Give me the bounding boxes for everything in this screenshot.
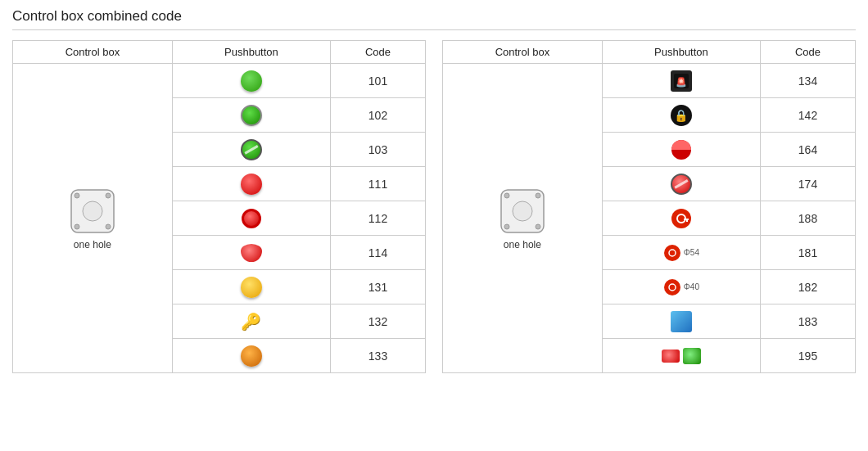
svg-point-10: [504, 224, 509, 229]
btn-yellow-icon: [181, 277, 322, 298]
svg-rect-18: [686, 219, 688, 222]
left-box-label: one hole: [74, 239, 111, 250]
red-mushroom-button: [241, 244, 262, 262]
table-row: one hole 101: [13, 64, 426, 98]
pushbutton-cell: Φ40: [602, 270, 760, 304]
code-cell: 182: [761, 270, 856, 304]
code-cell: 132: [331, 304, 426, 339]
pushbutton-cell: [602, 304, 760, 339]
pilot-54-label: Φ54: [684, 248, 699, 257]
green-raised-button: [241, 70, 262, 92]
btn-green-raised-icon: [181, 70, 322, 92]
code-cell: 103: [331, 133, 426, 167]
red-key-button: [670, 207, 693, 230]
right-table-section: Control box Pushbutton Code: [442, 40, 856, 373]
red-flush-button: [242, 209, 261, 228]
btn-pilot-54-icon: Φ54: [611, 244, 752, 262]
right-col-header-code: Code: [761, 41, 856, 64]
pilot-54-circle: [663, 244, 681, 262]
pushbutton-cell: [172, 167, 330, 201]
code-cell: 183: [761, 304, 856, 339]
yellow-button: [241, 277, 262, 298]
emergency-button: 🚨: [671, 70, 692, 92]
svg-point-5: [106, 224, 111, 229]
pushbutton-cell: [172, 236, 330, 270]
svg-point-9: [536, 193, 540, 198]
code-cell: 114: [331, 236, 426, 270]
key-button: 🔑: [241, 312, 261, 331]
orange-button: [241, 345, 262, 367]
svg-point-2: [75, 193, 79, 198]
btn-pilot-40-icon: Φ40: [611, 278, 752, 296]
code-cell: 195: [761, 339, 856, 373]
control-box-diagram: [68, 187, 117, 236]
pushbutton-cell: Φ54: [602, 236, 760, 270]
page-title: Control box combined code: [12, 8, 856, 30]
pushbutton-cell: 🔑: [172, 304, 330, 339]
right-control-box: one hole: [498, 187, 547, 250]
btn-red-key-icon: [611, 207, 752, 230]
pushbutton-cell: 🔒: [602, 98, 760, 133]
dual-red-part: [662, 350, 680, 363]
dual-green-part: [683, 348, 701, 364]
code-cell: 111: [331, 167, 426, 201]
pushbutton-cell: [172, 133, 330, 167]
svg-point-4: [75, 224, 79, 229]
green-flush-button: [241, 105, 262, 126]
red-rotate-button: [671, 174, 692, 195]
svg-point-19: [664, 245, 680, 261]
btn-green-flush-icon: [181, 105, 322, 126]
btn-red-half-icon: [611, 138, 752, 161]
svg-point-21: [664, 279, 680, 295]
btn-red-rotate-icon: [611, 174, 752, 195]
code-cell: 102: [331, 98, 426, 133]
pushbutton-cell: [602, 133, 760, 167]
left-col-header-pushbutton: Pushbutton: [172, 41, 330, 64]
code-cell: 101: [331, 64, 426, 98]
code-cell: 142: [761, 98, 856, 133]
pushbutton-cell: [172, 64, 330, 98]
dual-button: [662, 348, 701, 364]
code-cell: 133: [331, 339, 426, 373]
code-cell: 164: [761, 133, 856, 167]
left-col-header-controlbox: Control box: [13, 41, 173, 64]
btn-emergency-icon: 🚨: [611, 70, 752, 92]
pushbutton-cell: 🚨: [602, 64, 760, 98]
btn-key-icon: 🔑: [181, 312, 322, 331]
pushbutton-cell: [602, 201, 760, 236]
lock-button: 🔒: [671, 105, 692, 126]
svg-point-7: [513, 201, 532, 221]
btn-red-flush-icon: [181, 209, 322, 228]
left-col-header-code: Code: [331, 41, 426, 64]
pushbutton-cell: [172, 339, 330, 373]
svg-point-3: [106, 193, 111, 198]
tables-container: Control box Pushbutton Code: [12, 40, 856, 373]
pilot-40-label: Φ40: [684, 282, 699, 291]
code-cell: 131: [331, 270, 426, 304]
code-cell: 181: [761, 236, 856, 270]
svg-point-8: [504, 193, 509, 198]
right-table: Control box Pushbutton Code: [442, 40, 856, 373]
pushbutton-cell: [602, 339, 760, 373]
code-cell: 134: [761, 64, 856, 98]
right-control-box-diagram: [498, 187, 547, 236]
svg-point-11: [536, 224, 540, 229]
pilot-40-circle: [663, 278, 681, 296]
btn-blue-square-icon: [611, 311, 752, 332]
lock-symbol: 🔒: [674, 109, 688, 122]
right-col-header-pushbutton: Pushbutton: [602, 41, 760, 64]
svg-text:🚨: 🚨: [676, 76, 687, 88]
code-cell: 188: [761, 201, 856, 236]
right-col-header-controlbox: Control box: [443, 41, 603, 64]
btn-dual-icon: [611, 348, 752, 364]
btn-orange-icon: [181, 345, 322, 367]
right-box-label: one hole: [504, 239, 541, 250]
red-raised-button: [241, 174, 262, 195]
red-half-button: [670, 138, 693, 161]
table-row: one hole 🚨: [443, 64, 856, 98]
left-control-box: one hole: [68, 187, 117, 250]
code-cell: 174: [761, 167, 856, 201]
btn-lock-icon: 🔒: [611, 105, 752, 126]
left-control-box-cell: one hole: [13, 64, 173, 373]
green-rotate-button: [241, 139, 262, 160]
